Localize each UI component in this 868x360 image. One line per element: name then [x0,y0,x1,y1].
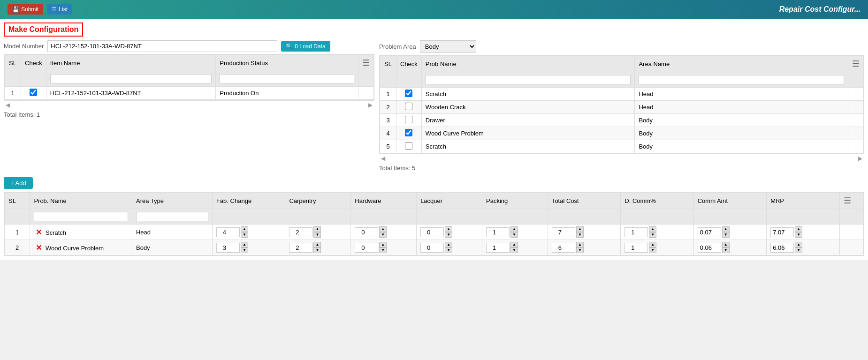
packing-row1-input[interactable] [486,227,510,237]
packing-row2-up[interactable]: ▲ [510,242,518,248]
total-cost-row2-input[interactable] [552,243,575,253]
left-col-sl: SL [5,55,21,71]
page-title: Repair Cost Configur... [779,5,860,14]
d-comm-row1-down[interactable]: ▼ [649,232,656,238]
list-button[interactable]: ☰ List [47,4,72,15]
fab-change-row1-input[interactable] [216,227,240,237]
comm-amt-row2-up[interactable]: ▲ [722,242,730,248]
lacquer-row1-up[interactable]: ▲ [445,226,452,232]
lacquer-row1-input[interactable] [420,227,444,237]
hardware-row2-input[interactable] [355,243,378,253]
left-filter-prod-status-input[interactable] [220,74,354,83]
load-data-button[interactable]: 🔍 0 Load Data [281,41,330,52]
comm-amt-row1-input[interactable] [698,227,721,237]
right-scroll-left[interactable]: ◀ [379,154,387,163]
packing-row1-up[interactable]: ▲ [510,226,518,232]
carpentry-row1-input[interactable] [289,227,312,237]
mrp-row2-input[interactable] [770,243,794,253]
carpentry-row1-up[interactable]: ▲ [313,226,321,232]
total-cost-row1-down[interactable]: ▼ [576,232,584,238]
bottom-col-total-cost: Total Cost [548,193,620,209]
comm-amt-row2-down[interactable]: ▼ [722,248,730,253]
mrp-row1-up[interactable]: ▲ [795,226,802,232]
right-row-checkbox[interactable] [405,129,412,136]
table-row: 3 Drawer Body [380,114,864,127]
carpentry-row1-down[interactable]: ▼ [313,232,321,238]
d-comm-row2-up[interactable]: ▲ [649,242,656,248]
lacquer-row1-down[interactable]: ▼ [445,232,452,238]
lacquer-row2-input[interactable] [420,243,444,253]
fab-change-row2-input[interactable] [216,243,240,253]
d-comm-row1-input[interactable] [624,227,648,237]
right-panel: Problem Area Body Head SL Check Prob Nam… [379,40,864,173]
right-filter-prob-name-input[interactable] [426,75,631,84]
right-row-checkbox[interactable] [405,90,412,97]
hardware-row2-down[interactable]: ▼ [379,248,387,253]
left-row-checkbox[interactable] [30,89,37,96]
left-scroll-right[interactable]: ▶ [366,101,374,109]
comm-amt-row2-input[interactable] [698,243,721,253]
mrp-row1-input[interactable] [770,227,794,237]
total-cost-row1-up[interactable]: ▲ [576,226,584,232]
right-row-checkbox[interactable] [405,103,412,110]
comm-amt-row1-down[interactable]: ▼ [722,232,730,238]
right-scroll-row: ◀ ▶ [379,154,864,163]
carpentry-row2-up[interactable]: ▲ [313,242,321,248]
right-row-checkbox[interactable] [405,142,412,150]
packing-row2-input[interactable] [486,243,510,253]
right-row-checkbox[interactable] [405,116,412,123]
right-row-area-name: Head [635,88,848,101]
fab-change-row1-down[interactable]: ▼ [241,232,248,238]
add-button[interactable]: + Add [4,177,33,189]
left-filter-item-name-input[interactable] [50,74,212,83]
hardware-row2-up[interactable]: ▲ [379,242,387,248]
bottom-row-d-comm: ▲ ▼ [621,225,693,240]
total-cost-row2-up[interactable]: ▲ [576,242,584,248]
hardware-row1-down[interactable]: ▼ [379,232,387,238]
right-table-container: SL Check Prob Name Area Name ☰ [379,55,864,154]
lacquer-row2-up[interactable]: ▲ [445,242,452,248]
model-number-input[interactable] [47,40,277,52]
packing-row1-down[interactable]: ▼ [510,232,518,238]
packing-row2-down[interactable]: ▼ [510,248,518,253]
top-section: Model Number 🔍 0 Load Data SL Check Item… [4,40,864,173]
d-comm-row2-down[interactable]: ▼ [649,248,656,253]
problem-area-select[interactable]: Body Head [420,40,476,53]
left-scroll-left[interactable]: ◀ [4,101,12,109]
left-table-menu-icon[interactable]: ☰ [362,58,370,68]
carpentry-row2-input[interactable] [289,243,312,253]
hardware-row1-input[interactable] [355,227,378,237]
bottom-row-lacquer: ▲ ▼ [417,240,482,255]
bottom-row-total-cost: ▲ ▼ [548,225,620,240]
total-cost-row2-down[interactable]: ▼ [576,248,584,253]
right-scroll-right[interactable]: ▶ [856,154,864,163]
delete-button[interactable]: ✕ [34,243,44,252]
bottom-table-menu-icon[interactable]: ☰ [844,196,851,205]
submit-button[interactable]: 💾 Submit [8,4,43,15]
mrp-row2-down[interactable]: ▼ [795,248,802,253]
bottom-filter-area-type-input[interactable] [136,212,208,221]
carpentry-row2-down[interactable]: ▼ [313,248,321,253]
comm-amt-row1-up[interactable]: ▲ [722,226,730,232]
fab-change-row1-up[interactable]: ▲ [241,226,248,232]
model-number-label: Model Number [4,43,44,50]
bottom-row-d-comm: ▲ ▼ [621,240,693,255]
mrp-row1-down[interactable]: ▼ [795,232,802,238]
fab-change-row2-up[interactable]: ▲ [241,242,248,248]
right-table-menu-icon[interactable]: ☰ [852,59,860,68]
mrp-row2-up[interactable]: ▲ [795,242,802,248]
lacquer-row2-down[interactable]: ▼ [445,248,452,253]
total-cost-row1-input[interactable] [552,227,575,237]
problem-area-label: Problem Area [379,43,416,50]
list-icon: ☰ [52,6,57,13]
right-filter-area-name-input[interactable] [639,75,844,84]
delete-button[interactable]: ✕ [34,228,44,237]
fab-change-row2-down[interactable]: ▼ [241,248,248,253]
d-comm-row2-input[interactable] [624,243,648,253]
table-row: 2 Wooden Crack Head [380,101,864,114]
d-comm-row1-up[interactable]: ▲ [649,226,656,232]
table-row: 2 ✕ Wood Curve Problem Body ▲ ▼ ▲ ▼ [5,240,864,255]
right-row-area-name: Body [635,140,848,153]
hardware-row1-up[interactable]: ▲ [379,226,387,232]
bottom-filter-prob-name-input[interactable] [34,212,128,221]
